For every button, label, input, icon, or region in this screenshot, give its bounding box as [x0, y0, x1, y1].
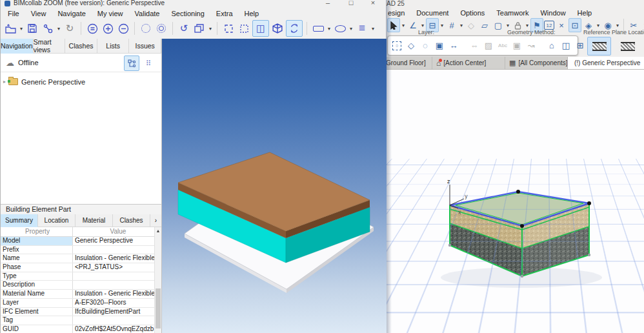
saved-views-button[interactable]	[192, 21, 206, 36]
isolate-elements-button[interactable]	[154, 21, 168, 36]
reference-plane-top-button[interactable]	[587, 37, 611, 56]
tab-clashes[interactable]: Clashes	[65, 39, 97, 54]
menu-file[interactable]: File	[2, 8, 25, 19]
table-row[interactable]: Description	[1, 281, 155, 290]
list-view-button[interactable]: ⠿	[141, 56, 156, 71]
morph-edit-tool[interactable]: ⊡	[569, 18, 581, 32]
tab-all-components[interactable]: ▦[All Components]	[505, 57, 568, 69]
table-row[interactable]: LayerA-EF3020--Floors	[1, 299, 155, 308]
tab-smart-views[interactable]: Smart views	[34, 39, 66, 54]
hide-elements-button[interactable]	[139, 21, 153, 36]
curtain-wall-tool[interactable]: ◫	[559, 39, 572, 53]
chevron-down-icon[interactable]: ▾	[420, 23, 425, 28]
table-row[interactable]: Material NameInsulation - Generic Flexib…	[1, 290, 155, 299]
menu-options[interactable]: Options	[454, 8, 490, 17]
cube-view-button[interactable]	[270, 21, 285, 36]
tab-lists[interactable]: Lists	[97, 39, 130, 54]
tab-material[interactable]: Material	[75, 214, 113, 227]
archicad-3d-viewport[interactable]: z y x	[386, 70, 644, 333]
hatch-tool[interactable]: ▨	[482, 39, 495, 53]
minimize-button[interactable]: –	[321, 0, 335, 6]
table-row[interactable]: Tag	[1, 316, 155, 325]
resize-tool[interactable]: ⇔	[468, 39, 481, 53]
explode-tool[interactable]: ×	[555, 18, 568, 32]
clipping-box-button[interactable]	[237, 21, 251, 36]
reset-view-button[interactable]: ↺	[177, 21, 191, 36]
menu-help[interactable]: Help	[572, 8, 598, 17]
line-style-button[interactable]: ≡	[355, 21, 369, 36]
tab-ground-floor[interactable]: Ground Floor]	[386, 57, 432, 69]
menu-navigate[interactable]: Navigate	[52, 8, 91, 19]
table-row[interactable]: IFC ElementIfcBuildingElementPart	[1, 308, 155, 317]
tab-location[interactable]: Location	[38, 214, 75, 227]
spline-tool[interactable]: ↝	[525, 39, 538, 53]
menu-teamwork[interactable]: Teamwork	[490, 8, 534, 17]
diamond-select-tool[interactable]: ◇	[405, 39, 418, 53]
dimension-tool[interactable]: 12	[544, 21, 554, 30]
chevron-down-icon[interactable]: ▾	[370, 26, 376, 32]
chevron-down-icon[interactable]: ▾	[208, 26, 213, 32]
tab-generic-perspective[interactable]: (!) Generic Perspective	[568, 57, 644, 69]
guide-line-tool[interactable]: ▱	[478, 18, 491, 32]
zoom-in-button[interactable]	[101, 21, 115, 36]
orbit-button[interactable]	[286, 20, 303, 37]
chevron-down-icon[interactable]: ▾	[327, 26, 332, 32]
table-row[interactable]: ModelGeneric Perspective	[1, 237, 155, 246]
chevron-down-icon[interactable]: ▾	[505, 23, 510, 28]
stretch-tool[interactable]: ↔	[447, 39, 460, 53]
table-row[interactable]: GUID02vZofH$2At5OvnqEZqdzb	[1, 325, 155, 333]
gravity-tool[interactable]: ◇	[465, 18, 478, 32]
select-arrow-tool[interactable]	[387, 18, 400, 32]
scrollbar-thumb[interactable]	[156, 288, 161, 328]
share-link-button[interactable]	[41, 21, 55, 36]
maximize-button[interactable]: □	[344, 0, 358, 6]
tab-action-center[interactable]: ⌂[Action Center]	[432, 57, 505, 69]
measure-button[interactable]	[311, 21, 325, 36]
menu-view[interactable]: View	[25, 8, 52, 19]
menu-extra[interactable]: Extra	[210, 8, 239, 19]
menu-window[interactable]: Window	[534, 8, 571, 17]
sync-button[interactable]: ↻	[63, 21, 77, 36]
bounding-box-tool[interactable]: ▢	[492, 18, 505, 32]
bimcollab-3d-viewport[interactable]	[162, 39, 387, 333]
table-row[interactable]: Type	[1, 272, 155, 281]
chevron-down-icon[interactable]: ▾	[56, 26, 61, 32]
menu-document[interactable]: Document	[410, 8, 454, 17]
grid-snap-tool[interactable]: #	[445, 18, 458, 32]
chevron-down-icon[interactable]: ▾	[439, 23, 445, 28]
figure-tool[interactable]: ▣	[510, 39, 523, 53]
table-row[interactable]: NameInsulation - Generic Flexible	[1, 254, 155, 263]
menu-validate[interactable]: Validate	[129, 8, 166, 19]
menu-design[interactable]: esign	[382, 8, 410, 17]
chevron-down-icon[interactable]: ▾	[459, 23, 464, 28]
reference-plane-bottom-button[interactable]	[616, 37, 639, 56]
zoom-selection-button[interactable]	[85, 21, 99, 36]
lasso-tool[interactable]: ◌	[419, 39, 432, 53]
menu-sectioning[interactable]: Sectioning	[165, 8, 210, 19]
marquee-tool[interactable]: ○	[390, 39, 403, 53]
close-button[interactable]: ×	[366, 0, 380, 6]
clipping-area-button[interactable]	[221, 21, 236, 36]
chevron-down-icon[interactable]: ▾	[348, 26, 354, 32]
text-tool[interactable]: Abc	[496, 39, 509, 53]
save-button[interactable]	[25, 21, 39, 36]
chevron-down-icon[interactable]: ▾	[525, 23, 530, 28]
copy-layers-tool[interactable]: ▣	[433, 39, 446, 53]
save-view-tool[interactable]: ⊞	[574, 39, 587, 53]
model-tree-view-button[interactable]	[124, 56, 139, 71]
more-tabs-button[interactable]: ›	[150, 214, 161, 227]
tab-clashes-prop[interactable]: Clashes	[113, 214, 150, 227]
tab-summary[interactable]: Summary	[1, 214, 38, 227]
annotation-shape-button[interactable]	[333, 21, 347, 36]
bimcollab-model[interactable]	[162, 39, 387, 333]
tab-issues[interactable]: Issues	[129, 39, 161, 54]
menu-help[interactable]: Help	[239, 8, 265, 19]
measure-line-tool[interactable]: ∠	[407, 18, 419, 32]
scroll-up-arrow[interactable]: ▲	[155, 227, 161, 235]
tree-item-generic-perspective[interactable]: ▸ Generic Perspective	[1, 76, 161, 87]
chevron-down-icon[interactable]: ▾	[596, 23, 601, 28]
table-row[interactable]: Phase<PRJ_STATUS>	[1, 263, 155, 272]
open-model-button[interactable]	[3, 21, 17, 36]
menu-my-view[interactable]: My view	[92, 8, 129, 19]
table-row[interactable]: Prefix	[1, 246, 155, 255]
